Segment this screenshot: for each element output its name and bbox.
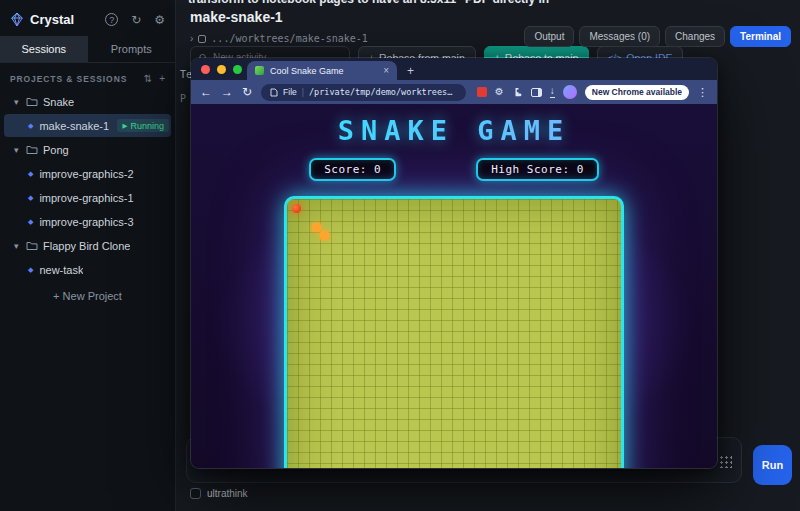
sidebar-item-project-flappy-bird-clone[interactable]: ▾ Flappy Bird Clone	[4, 234, 171, 257]
gear-icon[interactable]: ⚙	[495, 87, 504, 97]
changes-view-button[interactable]: Changes	[665, 26, 725, 47]
session-label: new-task	[39, 264, 83, 276]
sidebar-tabs: Sessions Prompts	[0, 36, 175, 63]
download-icon[interactable]: ↓	[550, 86, 555, 98]
session-diamond-icon: ◆	[28, 194, 33, 202]
session-diamond-icon: ◆	[28, 266, 33, 274]
chevron-down-icon[interactable]: ▾	[14, 97, 22, 107]
clipped-prompt-text: transform to notebook pages to have an 8…	[188, 0, 549, 6]
ultrathink-checkbox[interactable]	[190, 488, 201, 499]
snake-game-page: SNAKE GAME Score: 0 High Score: 0	[191, 104, 717, 469]
page-title: make-snake-1	[190, 9, 283, 25]
app-title: Crystal	[30, 12, 95, 27]
sidebar-item-session-new-task[interactable]: ◆ new-task	[4, 258, 171, 281]
folder-icon	[26, 241, 38, 251]
projects-section-header: PROJECTS & SESSIONS ⇅ +	[0, 63, 175, 89]
back-icon[interactable]: ←	[200, 86, 212, 98]
favicon	[255, 66, 264, 75]
close-tab-icon[interactable]: ×	[383, 65, 389, 76]
session-label: improve-graphics-2	[39, 168, 133, 180]
settings-gear-icon[interactable]: ⚙	[154, 14, 165, 26]
session-diamond-icon: ◆	[28, 218, 33, 226]
messages-view-button[interactable]: Messages (0)	[579, 26, 660, 47]
profile-avatar[interactable]	[563, 85, 577, 99]
extensions-puzzle-icon[interactable]	[512, 87, 523, 98]
address-bar[interactable]: File | /private/tmp/demo/worktrees/make-…	[261, 84, 466, 101]
tab-prompts[interactable]: Prompts	[88, 36, 176, 62]
project-label: Snake	[43, 96, 74, 108]
browser-tab[interactable]: Cool Snake Game ×	[247, 61, 397, 80]
close-window-icon[interactable]	[201, 65, 210, 74]
run-button[interactable]: Run	[753, 445, 792, 485]
play-icon: ▶	[122, 122, 127, 130]
address-path: /private/tmp/demo/worktrees/make-...	[309, 87, 457, 97]
terminal-text-fragment: P	[180, 93, 186, 104]
chevron-down-icon[interactable]: ▾	[14, 241, 22, 251]
session-diamond-icon: ◆	[28, 170, 33, 178]
breadcrumb: › .../worktrees/make-snake-1	[190, 33, 368, 44]
sidebar-header: Crystal ? ↻ ⚙	[0, 0, 175, 36]
sidebar-item-project-pong[interactable]: ▾ Pong	[4, 138, 171, 161]
view-switcher: Output Messages (0) Changes Terminal	[524, 26, 791, 47]
maximize-window-icon[interactable]	[233, 65, 242, 74]
folder-icon	[26, 145, 38, 155]
sort-icon[interactable]: ⇅	[144, 73, 152, 84]
sidebar-item-project-snake[interactable]: ▾ Snake	[4, 90, 171, 113]
food-dot	[292, 204, 301, 213]
sidebar-item-session-make-snake-1[interactable]: ◆ make-snake-1 ▶ Running	[4, 114, 171, 137]
score-row: Score: 0 High Score: 0	[191, 158, 717, 181]
chrome-update-pill[interactable]: New Chrome available	[585, 85, 689, 100]
project-session-tree: ▾ Snake ◆ make-snake-1 ▶ Running ▾ Pong …	[0, 90, 175, 281]
chevron-right-icon: ›	[190, 33, 193, 44]
tab-sessions[interactable]: Sessions	[0, 36, 88, 62]
worktree-path: .../worktrees/make-snake-1	[211, 33, 368, 44]
high-score-box: High Score: 0	[476, 158, 599, 181]
chevron-down-icon[interactable]: ▾	[14, 145, 22, 155]
sidebar: Crystal ? ↻ ⚙ Sessions Prompts PROJECTS …	[0, 0, 176, 511]
running-status-badge: ▶ Running	[117, 119, 169, 132]
chrome-browser-window[interactable]: Cool Snake Game × + ← → ↻ File | /privat…	[190, 57, 718, 469]
worktree-icon	[198, 35, 206, 43]
new-project-button[interactable]: + New Project	[0, 290, 175, 302]
refresh-icon[interactable]: ↻	[131, 14, 141, 26]
output-view-button[interactable]: Output	[524, 26, 574, 47]
session-label: improve-graphics-1	[39, 192, 133, 204]
project-label: Flappy Bird Clone	[43, 240, 130, 252]
projects-section-title: PROJECTS & SESSIONS	[10, 74, 137, 84]
browser-navigation-bar: ← → ↻ File | /private/tmp/demo/worktrees…	[191, 80, 717, 104]
crystal-logo-icon	[10, 12, 24, 27]
session-label: make-snake-1	[39, 120, 109, 132]
file-icon	[270, 88, 278, 97]
extension-icon[interactable]	[477, 87, 487, 97]
running-status-text: Running	[130, 121, 164, 131]
game-title: SNAKE GAME	[191, 115, 717, 146]
session-diamond-icon: ◆	[28, 122, 33, 130]
address-scheme: File	[283, 87, 297, 97]
window-controls	[201, 65, 242, 74]
commands-grid-icon[interactable]	[719, 455, 732, 468]
ultrathink-label: ultrathink	[207, 488, 248, 499]
sidebar-item-session-improve-graphics-1[interactable]: ◆ improve-graphics-1	[4, 186, 171, 209]
address-separator: |	[302, 87, 304, 97]
snake-segment	[320, 231, 329, 240]
game-board	[284, 196, 624, 469]
terminal-view-button[interactable]: Terminal	[730, 26, 791, 47]
minimize-window-icon[interactable]	[217, 65, 226, 74]
folder-icon	[26, 97, 38, 107]
browser-toolbar-icons: ⚙ ↓ New Chrome available ⋮	[477, 85, 708, 100]
sidebar-item-session-improve-graphics-3[interactable]: ◆ improve-graphics-3	[4, 210, 171, 233]
sidebar-item-session-improve-graphics-2[interactable]: ◆ improve-graphics-2	[4, 162, 171, 185]
browser-menu-icon[interactable]: ⋮	[697, 87, 708, 98]
help-icon[interactable]: ?	[105, 13, 118, 26]
app-window: Crystal ? ↻ ⚙ Sessions Prompts PROJECTS …	[0, 0, 800, 511]
project-label: Pong	[43, 144, 69, 156]
session-label: improve-graphics-3	[39, 216, 133, 228]
tab-title: Cool Snake Game	[270, 66, 377, 76]
add-project-icon[interactable]: +	[159, 73, 165, 84]
browser-tab-bar: Cool Snake Game × +	[191, 58, 717, 80]
side-panel-icon[interactable]	[531, 88, 542, 97]
reload-icon[interactable]: ↻	[242, 86, 252, 98]
forward-icon[interactable]: →	[221, 86, 233, 98]
score-box: Score: 0	[309, 158, 396, 181]
new-tab-icon[interactable]: +	[407, 65, 414, 77]
